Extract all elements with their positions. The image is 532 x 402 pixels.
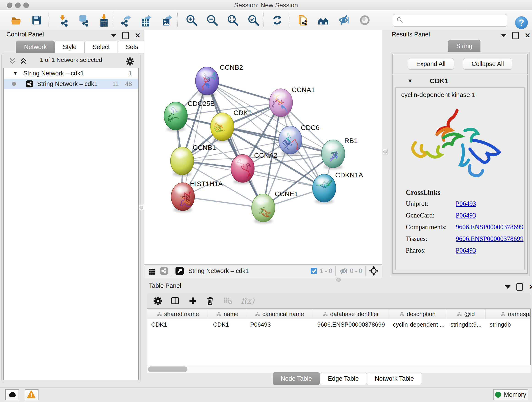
gene-section-header[interactable]: ▼ CDK1 [393,75,527,87]
gene-expander-icon[interactable]: ▼ [407,78,413,84]
node-RB1[interactable]: RB1 [322,137,358,169]
crosslinks-title: CrossLinks [406,188,524,197]
zoom-selected-button[interactable] [247,13,260,27]
refresh-icon [271,14,284,27]
zoom-fit-button[interactable] [226,13,240,27]
node-HIST1H1A[interactable]: HIST1H1A [171,180,223,212]
edge-HIST1H1A-CCNE1[interactable] [183,197,263,208]
crosslink-link[interactable]: 9606.ENSP00000378699 [456,235,524,242]
results-panel-header-icons: ✕ [501,32,530,39]
fit-selected-crosshair-icon[interactable] [369,266,379,276]
save-session-button[interactable] [30,13,44,27]
zoom-in-button[interactable] [185,13,198,27]
hidden-eye-icon[interactable] [339,267,348,275]
tab-sets[interactable]: Sets [118,41,146,53]
network-row[interactable]: String Network – cdk1 11 48 [4,79,138,89]
create-column-icon[interactable] [188,296,197,306]
hide-panel-button[interactable] [337,13,351,27]
import-network-button[interactable] [56,13,70,27]
cell-namespace[interactable]: stringdb [486,321,531,328]
column-header-namespace[interactable]: namespace [486,309,531,319]
table-panel-close-icon[interactable]: ✕ [529,284,532,290]
zoom-out-button[interactable] [205,13,219,27]
show-columns-icon[interactable] [171,296,181,306]
table-row[interactable]: CDK1CDK1P064939606.ENSP00000378699cyclin… [147,319,530,330]
node-CCNE1[interactable]: CCNE1 [252,190,298,223]
tab-string[interactable]: String [448,40,481,52]
results-panel-close-icon[interactable]: ✕ [525,32,530,38]
cell--id[interactable]: stringdb:9... [446,321,486,328]
column-header-canonical-name[interactable]: canonical name [246,309,313,319]
crosslink-link[interactable]: P06493 [456,247,476,254]
crosslink-link[interactable]: P06493 [456,200,476,207]
network-collection-row[interactable]: ▼ String Network – cdk1 1 [4,68,138,79]
cell-database-identifier[interactable]: 9606.ENSP00000378699 [313,321,389,328]
table-horizontal-scrollbar[interactable] [147,365,531,373]
warnings-button[interactable] [25,389,38,400]
column-type-icon [323,312,328,317]
tab-style[interactable]: Style [55,41,85,53]
zoom-selected-icon [247,14,260,27]
refresh-button[interactable] [270,13,284,27]
results-panel-collapse-icon[interactable] [501,34,506,37]
column-header-database-identifier[interactable]: database identifier [313,309,389,319]
toolbar-group [9,10,44,30]
crosslink-link[interactable]: P06493 [456,211,476,219]
help-button[interactable]: ? [515,16,528,29]
tab-network[interactable]: Network [16,41,55,53]
edge-CCNB2-HIST1H1A[interactable] [183,81,207,197]
import-table-button[interactable] [97,13,111,27]
cell-name[interactable]: CDK1 [209,321,246,328]
crosslink-row: Uniprot:P06493 [406,200,524,207]
table-options-gear-icon[interactable] [153,296,163,306]
collapse-all-button[interactable]: Collapse All [463,58,512,70]
tab-edge-table[interactable]: Edge Table [320,372,367,385]
horizontal-splitter-handle[interactable] [336,278,341,282]
scrollbar-thumb[interactable] [148,366,187,372]
crosslink-link[interactable]: 9606.ENSP00000378699 [456,223,524,231]
column-header-shared-name[interactable]: shared name [147,309,209,319]
export-table-button[interactable] [140,13,153,27]
network-tree: ▼ String Network – cdk1 1 String Network… [3,68,139,380]
tab-select[interactable]: Select [85,41,118,53]
cell-description[interactable]: cyclin-dependent ... [389,321,446,328]
left-splitter-handle[interactable] [139,205,144,211]
node-CDK1[interactable]: CDK1 [210,109,252,142]
import-string-button[interactable] [296,13,310,27]
selected-checkbox-icon[interactable] [310,267,317,274]
tab-network-table[interactable]: Network Table [367,372,422,385]
save-session-icon [30,14,43,27]
node-CDKN1A[interactable]: CDKN1A [312,171,363,204]
right-splitter-handle[interactable] [383,149,388,154]
table-panel-collapse-icon[interactable] [505,285,510,289]
birds-eye-view-icon[interactable] [148,267,156,275]
cell-shared-name[interactable]: CDK1 [147,321,209,328]
cell-canonical-name[interactable]: P06493 [246,321,313,328]
table-panel-float-icon[interactable] [516,283,523,291]
column-header-description[interactable]: description [389,309,446,319]
tab-node-table[interactable]: Node Table [273,372,320,385]
export-network-button[interactable] [119,13,133,27]
import-database-button[interactable] [76,13,90,27]
control-panel-collapse-icon[interactable] [111,34,116,37]
column-header-name[interactable]: name [209,309,246,319]
detach-view-icon[interactable] [175,266,184,275]
collection-expander-icon[interactable]: ▼ [13,70,18,76]
network-view-canvas[interactable]: CCNB2 CCNA1 CDC25B CDK1 CDC6 [144,30,382,265]
control-panel-float-icon[interactable] [122,32,129,39]
column-header--id[interactable]: @id [446,309,486,319]
results-panel-float-icon[interactable] [512,32,519,39]
zoom-out-icon [206,14,219,27]
cloud-button[interactable] [5,389,19,400]
expand-all-button[interactable]: Expand All [408,58,454,70]
export-image-button[interactable] [160,13,174,27]
node-CDC6[interactable]: CDC6 [279,124,320,156]
open-session-button[interactable] [9,13,23,27]
search-field[interactable] [393,14,507,27]
node-CCNB1[interactable]: CCNB1 [171,144,216,177]
show-panel-button[interactable] [358,13,372,27]
change-species-button[interactable] [317,13,330,27]
delete-column-icon[interactable] [205,296,215,306]
memory-button[interactable]: Memory [493,389,528,400]
control-panel-close-icon[interactable]: ✕ [135,32,140,38]
